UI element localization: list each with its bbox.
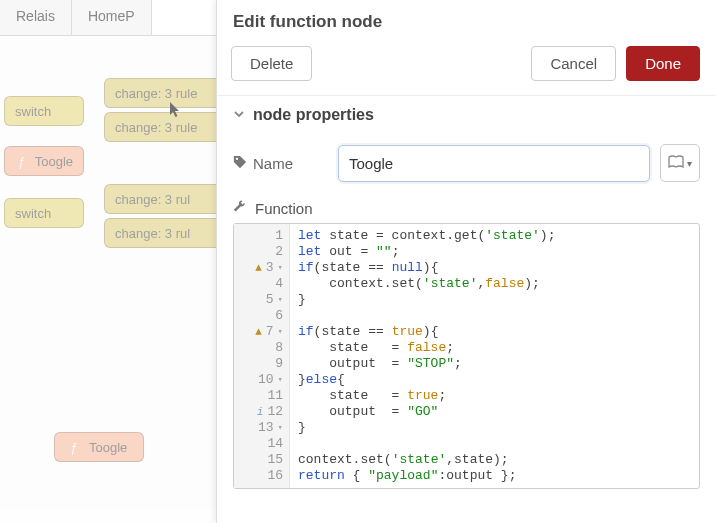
edit-drawer: Edit function node Delete Cancel Done no… <box>216 0 716 523</box>
function-row-header: Function <box>217 190 716 223</box>
drawer-action-bar: Delete Cancel Done <box>217 32 716 95</box>
node-label: change: 3 rule <box>115 86 197 101</box>
editor-code[interactable]: let state = context.get('state'); let ou… <box>290 224 563 488</box>
chevron-down-icon <box>233 107 245 123</box>
section-node-properties[interactable]: node properties <box>217 95 716 136</box>
book-icon <box>668 155 684 172</box>
tab-homep[interactable]: HomeP <box>72 0 152 35</box>
done-button[interactable]: Done <box>626 46 700 81</box>
function-icon: ƒ <box>15 152 29 170</box>
name-input[interactable] <box>338 145 650 182</box>
tag-icon <box>233 155 247 172</box>
function-icon: ƒ <box>65 438 83 456</box>
node-toogle-2[interactable]: ƒ Toogle <box>54 432 144 462</box>
node-label: change: 3 rul <box>115 192 190 207</box>
node-change-4[interactable]: change: 3 rul <box>104 218 224 248</box>
node-switch-1[interactable]: switch <box>4 96 84 126</box>
drawer-header: Edit function node <box>217 0 716 32</box>
wrench-icon <box>233 200 247 217</box>
name-label: Name <box>233 155 328 172</box>
name-row: Name ▾ <box>217 136 716 190</box>
node-label: change: 3 rul <box>115 226 190 241</box>
node-label: switch <box>15 206 51 221</box>
node-switch-2[interactable]: switch <box>4 198 84 228</box>
node-label: Toogle <box>89 440 127 455</box>
cancel-button[interactable]: Cancel <box>531 46 616 81</box>
node-label: Toogle <box>35 154 73 169</box>
node-toogle-1[interactable]: ƒ Toogle <box>4 146 84 176</box>
node-label: change: 3 rule <box>115 120 197 135</box>
name-menu-button[interactable]: ▾ <box>660 144 700 182</box>
tab-relais[interactable]: Relais <box>0 0 72 35</box>
drawer-title: Edit function node <box>233 12 700 32</box>
function-label: Function <box>255 200 313 217</box>
node-change-3[interactable]: change: 3 rul <box>104 184 224 214</box>
editor-gutter: 12▲3 ▾45 ▾6▲7 ▾8910 ▾11i1213 ▾141516 <box>234 224 290 488</box>
caret-down-icon: ▾ <box>687 158 692 169</box>
delete-button[interactable]: Delete <box>231 46 312 81</box>
node-change-2[interactable]: change: 3 rule <box>104 112 224 142</box>
svg-point-0 <box>236 157 238 159</box>
node-label: switch <box>15 104 51 119</box>
cursor-icon <box>170 102 182 118</box>
code-editor[interactable]: 12▲3 ▾45 ▾6▲7 ▾8910 ▾11i1213 ▾141516 let… <box>233 223 700 489</box>
name-label-text: Name <box>253 155 293 172</box>
section-title: node properties <box>253 106 374 124</box>
node-change-1[interactable]: change: 3 rule <box>104 78 224 108</box>
